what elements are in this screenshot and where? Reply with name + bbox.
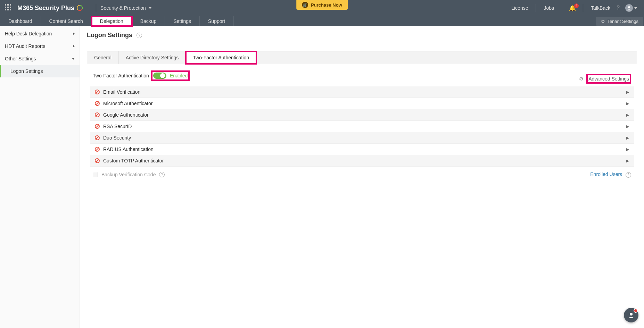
chevron-right-icon: ▶	[626, 136, 629, 140]
tab-active-directory[interactable]: Active Directory Settings	[119, 51, 186, 64]
advanced-settings-link[interactable]: Advanced Settings	[588, 76, 629, 82]
chevron-right-icon	[73, 32, 75, 35]
nav-settings[interactable]: Settings	[165, 16, 200, 26]
svg-line-10	[96, 136, 99, 139]
disabled-icon	[95, 112, 100, 117]
page-title: Logon Settings	[87, 32, 132, 39]
divider	[96, 4, 96, 12]
disabled-icon	[95, 147, 100, 152]
settings-tabs: General Active Directory Settings Two-Fa…	[87, 51, 637, 64]
disabled-icon	[95, 135, 100, 140]
help-icon[interactable]: ?	[626, 172, 631, 178]
nav-content-search[interactable]: Content Search	[41, 16, 92, 26]
chevron-right-icon: ▶	[626, 113, 629, 117]
license-link[interactable]: License	[508, 5, 531, 11]
svg-line-2	[96, 91, 99, 93]
disabled-icon	[95, 90, 100, 94]
avatar-icon	[625, 4, 633, 12]
svg-line-12	[96, 148, 99, 151]
svg-point-15	[630, 313, 633, 316]
method-duo-security[interactable]: Duo Security ▶	[90, 132, 634, 144]
method-custom-totp[interactable]: Custom TOTP Authenticator ▶	[90, 155, 634, 167]
svg-line-6	[96, 113, 99, 116]
svg-point-0	[628, 6, 630, 8]
gear-icon: ⚙	[579, 76, 584, 82]
jobs-link[interactable]: Jobs	[540, 5, 558, 11]
chevron-right-icon: ▶	[626, 159, 629, 163]
gear-icon: ⚙	[601, 19, 605, 24]
apps-grid-icon[interactable]	[5, 4, 13, 12]
enrolled-users-link[interactable]: Enrolled Users	[590, 171, 622, 177]
backup-code-checkbox[interactable]	[93, 172, 98, 177]
top-bar: M365 Security Plus Security & Protection…	[0, 0, 644, 16]
help-icon[interactable]: ?	[159, 172, 165, 177]
sidebar-item-hdt-audit-reports[interactable]: HDT Audit Reports	[0, 40, 80, 52]
tab-two-factor-auth[interactable]: Two-Factor Authentication	[186, 51, 256, 64]
method-email-verification[interactable]: Email Verification ▶	[90, 86, 634, 98]
talkback-link[interactable]: TalkBack	[587, 5, 614, 11]
auth-method-list: Email Verification ▶ Microsoft Authentic…	[90, 86, 634, 167]
nav-dashboard[interactable]: Dashboard	[0, 16, 41, 26]
help-icon[interactable]: ?	[614, 5, 622, 11]
tfa-label: Two-Factor Authentication	[93, 73, 149, 78]
disabled-icon	[95, 158, 100, 163]
page-header: Logon Settings ?	[80, 26, 644, 44]
nav-delegation[interactable]: Delegation	[92, 16, 132, 26]
chevron-down-icon	[149, 7, 151, 9]
svg-line-8	[96, 125, 99, 128]
nav-support[interactable]: Support	[200, 16, 234, 26]
method-radius-authentication[interactable]: RADIUS Authentication ▶	[90, 144, 634, 155]
chevron-down-icon	[634, 7, 637, 9]
main-nav: Dashboard Content Search Delegation Back…	[0, 16, 644, 26]
chevron-right-icon: ▶	[626, 90, 629, 94]
chevron-right-icon: ▶	[626, 147, 629, 152]
help-icon[interactable]: ?	[137, 33, 142, 38]
disabled-icon	[95, 124, 100, 129]
tfa-status: Enabled	[170, 73, 188, 78]
sidebar-item-help-desk-delegation[interactable]: Help Desk Delegation	[0, 27, 80, 40]
cart-icon: 🛒	[302, 2, 308, 8]
backup-code-label: Backup Verification Code	[101, 172, 156, 177]
tfa-toggle[interactable]	[153, 73, 166, 79]
sidebar-item-logon-settings[interactable]: Logon Settings	[0, 65, 80, 77]
sidebar: Help Desk Delegation HDT Audit Reports O…	[0, 26, 80, 328]
notifications-icon[interactable]: 🔔4	[566, 5, 579, 11]
tab-general[interactable]: General	[87, 51, 119, 64]
disabled-icon	[95, 101, 100, 106]
chat-fab[interactable]	[624, 308, 638, 322]
chevron-right-icon: ▶	[626, 101, 629, 106]
settings-panel: General Active Directory Settings Two-Fa…	[87, 51, 637, 184]
product-logo: M365 Security Plus	[17, 5, 83, 12]
method-microsoft-authenticator[interactable]: Microsoft Authenticator ▶	[90, 98, 634, 109]
sidebar-item-other-settings[interactable]: Other Settings	[0, 52, 80, 65]
breadcrumb-dropdown[interactable]: Security & Protection	[100, 5, 151, 11]
panel-footer: Backup Verification Code ? Enrolled User…	[90, 167, 634, 179]
method-rsa-securid[interactable]: RSA SecurID ▶	[90, 121, 634, 132]
svg-line-14	[96, 159, 99, 162]
nav-backup[interactable]: Backup	[132, 16, 165, 26]
purchase-now-button[interactable]: 🛒 Purchase Now	[296, 0, 348, 10]
user-menu[interactable]	[622, 4, 640, 12]
chevron-right-icon	[73, 45, 75, 48]
topbar-right: License Jobs 🔔4 TalkBack ?	[508, 4, 644, 12]
svg-line-4	[96, 102, 99, 105]
method-google-authenticator[interactable]: Google Authenticator ▶	[90, 109, 634, 121]
tenant-settings-button[interactable]: ⚙ Tenant Settings	[596, 17, 643, 26]
chevron-right-icon: ▶	[626, 124, 629, 129]
main-content: Logon Settings ? General Active Director…	[80, 26, 644, 328]
chevron-down-icon	[72, 58, 75, 60]
